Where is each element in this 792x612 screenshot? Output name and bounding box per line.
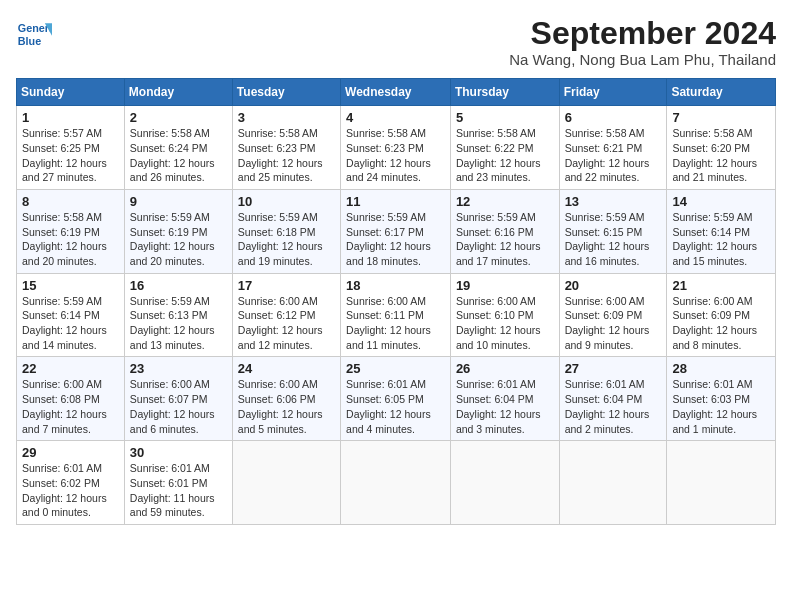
day-info: Sunrise: 6:01 AMSunset: 6:05 PMDaylight:…	[346, 378, 431, 434]
day-number: 6	[565, 110, 662, 125]
day-number: 21	[672, 278, 770, 293]
day-number: 5	[456, 110, 554, 125]
day-info: Sunrise: 6:00 AMSunset: 6:07 PMDaylight:…	[130, 378, 215, 434]
day-info: Sunrise: 6:00 AMSunset: 6:09 PMDaylight:…	[672, 295, 757, 351]
svg-text:Blue: Blue	[18, 35, 41, 47]
day-info: Sunrise: 5:59 AMSunset: 6:14 PMDaylight:…	[22, 295, 107, 351]
logo: General Blue	[16, 16, 52, 52]
weekday-header-tuesday: Tuesday	[232, 79, 340, 106]
weekday-header-thursday: Thursday	[450, 79, 559, 106]
calendar-cell: 6 Sunrise: 5:58 AMSunset: 6:21 PMDayligh…	[559, 106, 667, 190]
logo-icon: General Blue	[16, 16, 52, 52]
calendar-cell	[341, 441, 451, 525]
calendar-cell: 14 Sunrise: 5:59 AMSunset: 6:14 PMDaylig…	[667, 189, 776, 273]
day-info: Sunrise: 5:57 AMSunset: 6:25 PMDaylight:…	[22, 127, 107, 183]
day-number: 24	[238, 361, 335, 376]
day-number: 16	[130, 278, 227, 293]
day-number: 19	[456, 278, 554, 293]
day-info: Sunrise: 5:59 AMSunset: 6:13 PMDaylight:…	[130, 295, 215, 351]
calendar-cell: 30 Sunrise: 6:01 AMSunset: 6:01 PMDaylig…	[124, 441, 232, 525]
month-title: September 2024	[509, 16, 776, 51]
calendar-cell: 12 Sunrise: 5:59 AMSunset: 6:16 PMDaylig…	[450, 189, 559, 273]
day-info: Sunrise: 6:00 AMSunset: 6:08 PMDaylight:…	[22, 378, 107, 434]
calendar-cell: 13 Sunrise: 5:59 AMSunset: 6:15 PMDaylig…	[559, 189, 667, 273]
day-number: 9	[130, 194, 227, 209]
calendar-cell: 23 Sunrise: 6:00 AMSunset: 6:07 PMDaylig…	[124, 357, 232, 441]
day-number: 2	[130, 110, 227, 125]
calendar-cell: 10 Sunrise: 5:59 AMSunset: 6:18 PMDaylig…	[232, 189, 340, 273]
calendar-cell: 5 Sunrise: 5:58 AMSunset: 6:22 PMDayligh…	[450, 106, 559, 190]
calendar-cell: 11 Sunrise: 5:59 AMSunset: 6:17 PMDaylig…	[341, 189, 451, 273]
day-number: 12	[456, 194, 554, 209]
calendar-cell: 3 Sunrise: 5:58 AMSunset: 6:23 PMDayligh…	[232, 106, 340, 190]
day-info: Sunrise: 5:59 AMSunset: 6:15 PMDaylight:…	[565, 211, 650, 267]
calendar-cell: 20 Sunrise: 6:00 AMSunset: 6:09 PMDaylig…	[559, 273, 667, 357]
day-info: Sunrise: 5:58 AMSunset: 6:23 PMDaylight:…	[346, 127, 431, 183]
day-number: 26	[456, 361, 554, 376]
day-info: Sunrise: 6:01 AMSunset: 6:04 PMDaylight:…	[456, 378, 541, 434]
page-header: General Blue September 2024 Na Wang, Non…	[16, 16, 776, 68]
day-info: Sunrise: 5:59 AMSunset: 6:18 PMDaylight:…	[238, 211, 323, 267]
day-number: 7	[672, 110, 770, 125]
weekday-header-monday: Monday	[124, 79, 232, 106]
calendar-cell: 27 Sunrise: 6:01 AMSunset: 6:04 PMDaylig…	[559, 357, 667, 441]
calendar-cell: 21 Sunrise: 6:00 AMSunset: 6:09 PMDaylig…	[667, 273, 776, 357]
day-info: Sunrise: 5:58 AMSunset: 6:24 PMDaylight:…	[130, 127, 215, 183]
day-number: 30	[130, 445, 227, 460]
calendar-cell: 16 Sunrise: 5:59 AMSunset: 6:13 PMDaylig…	[124, 273, 232, 357]
calendar-cell: 9 Sunrise: 5:59 AMSunset: 6:19 PMDayligh…	[124, 189, 232, 273]
day-number: 11	[346, 194, 445, 209]
day-info: Sunrise: 6:01 AMSunset: 6:04 PMDaylight:…	[565, 378, 650, 434]
day-number: 28	[672, 361, 770, 376]
calendar-table: SundayMondayTuesdayWednesdayThursdayFrid…	[16, 78, 776, 525]
calendar-cell: 15 Sunrise: 5:59 AMSunset: 6:14 PMDaylig…	[17, 273, 125, 357]
calendar-cell: 24 Sunrise: 6:00 AMSunset: 6:06 PMDaylig…	[232, 357, 340, 441]
day-info: Sunrise: 6:00 AMSunset: 6:11 PMDaylight:…	[346, 295, 431, 351]
calendar-cell: 2 Sunrise: 5:58 AMSunset: 6:24 PMDayligh…	[124, 106, 232, 190]
day-info: Sunrise: 5:59 AMSunset: 6:14 PMDaylight:…	[672, 211, 757, 267]
day-number: 3	[238, 110, 335, 125]
weekday-header-friday: Friday	[559, 79, 667, 106]
calendar-cell: 25 Sunrise: 6:01 AMSunset: 6:05 PMDaylig…	[341, 357, 451, 441]
calendar-cell	[450, 441, 559, 525]
day-number: 17	[238, 278, 335, 293]
calendar-cell: 26 Sunrise: 6:01 AMSunset: 6:04 PMDaylig…	[450, 357, 559, 441]
calendar-cell: 19 Sunrise: 6:00 AMSunset: 6:10 PMDaylig…	[450, 273, 559, 357]
calendar-cell: 28 Sunrise: 6:01 AMSunset: 6:03 PMDaylig…	[667, 357, 776, 441]
calendar-cell: 4 Sunrise: 5:58 AMSunset: 6:23 PMDayligh…	[341, 106, 451, 190]
day-number: 13	[565, 194, 662, 209]
day-info: Sunrise: 5:58 AMSunset: 6:19 PMDaylight:…	[22, 211, 107, 267]
calendar-cell: 7 Sunrise: 5:58 AMSunset: 6:20 PMDayligh…	[667, 106, 776, 190]
weekday-header-wednesday: Wednesday	[341, 79, 451, 106]
day-info: Sunrise: 5:59 AMSunset: 6:16 PMDaylight:…	[456, 211, 541, 267]
day-number: 14	[672, 194, 770, 209]
day-number: 1	[22, 110, 119, 125]
day-info: Sunrise: 6:00 AMSunset: 6:12 PMDaylight:…	[238, 295, 323, 351]
calendar-cell: 22 Sunrise: 6:00 AMSunset: 6:08 PMDaylig…	[17, 357, 125, 441]
location-title: Na Wang, Nong Bua Lam Phu, Thailand	[509, 51, 776, 68]
calendar-cell: 8 Sunrise: 5:58 AMSunset: 6:19 PMDayligh…	[17, 189, 125, 273]
day-info: Sunrise: 6:01 AMSunset: 6:01 PMDaylight:…	[130, 462, 215, 518]
day-info: Sunrise: 5:58 AMSunset: 6:22 PMDaylight:…	[456, 127, 541, 183]
day-number: 8	[22, 194, 119, 209]
day-info: Sunrise: 6:00 AMSunset: 6:09 PMDaylight:…	[565, 295, 650, 351]
day-info: Sunrise: 6:00 AMSunset: 6:06 PMDaylight:…	[238, 378, 323, 434]
calendar-week-2: 8 Sunrise: 5:58 AMSunset: 6:19 PMDayligh…	[17, 189, 776, 273]
day-info: Sunrise: 5:59 AMSunset: 6:19 PMDaylight:…	[130, 211, 215, 267]
day-info: Sunrise: 5:58 AMSunset: 6:21 PMDaylight:…	[565, 127, 650, 183]
day-number: 20	[565, 278, 662, 293]
calendar-cell	[559, 441, 667, 525]
day-info: Sunrise: 5:58 AMSunset: 6:23 PMDaylight:…	[238, 127, 323, 183]
calendar-week-1: 1 Sunrise: 5:57 AMSunset: 6:25 PMDayligh…	[17, 106, 776, 190]
calendar-week-3: 15 Sunrise: 5:59 AMSunset: 6:14 PMDaylig…	[17, 273, 776, 357]
calendar-cell	[667, 441, 776, 525]
calendar-cell: 18 Sunrise: 6:00 AMSunset: 6:11 PMDaylig…	[341, 273, 451, 357]
day-info: Sunrise: 6:01 AMSunset: 6:02 PMDaylight:…	[22, 462, 107, 518]
calendar-week-4: 22 Sunrise: 6:00 AMSunset: 6:08 PMDaylig…	[17, 357, 776, 441]
day-number: 18	[346, 278, 445, 293]
day-number: 29	[22, 445, 119, 460]
day-number: 10	[238, 194, 335, 209]
weekday-header-sunday: Sunday	[17, 79, 125, 106]
day-number: 27	[565, 361, 662, 376]
day-info: Sunrise: 5:58 AMSunset: 6:20 PMDaylight:…	[672, 127, 757, 183]
